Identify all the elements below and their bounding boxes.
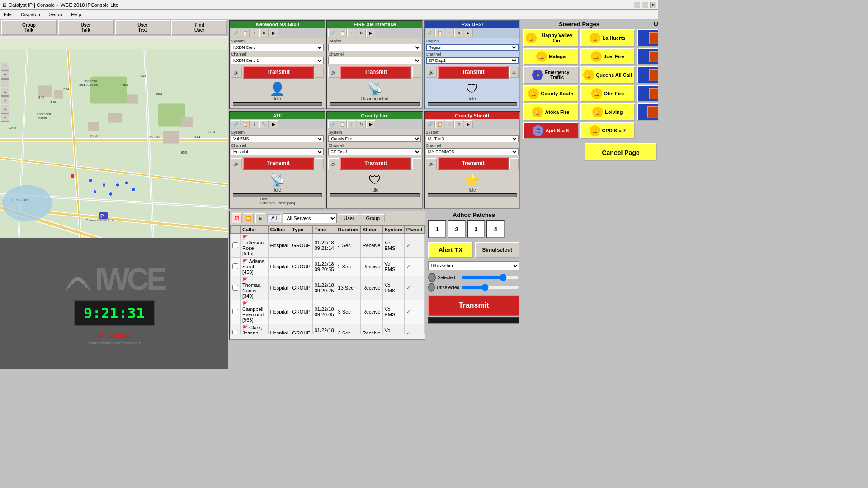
p25-play-btn[interactable]: ▶ xyxy=(464,29,473,37)
row-checkbox[interactable] xyxy=(231,234,241,258)
log-play-btn[interactable]: ▶ xyxy=(255,213,265,223)
steered-la-huerta[interactable]: 🔔 La Huerta xyxy=(580,29,636,47)
unsteered-district4[interactable]: District 4 Fire EMS xyxy=(637,85,658,102)
p25-alert-btn[interactable]: ! xyxy=(445,29,454,37)
steered-otis-fire[interactable]: 🔔 Otis Fire xyxy=(580,85,636,102)
find-user-button[interactable]: FindUser xyxy=(171,20,227,35)
steered-loiving[interactable]: 🔔 Loiving xyxy=(580,103,636,121)
county-fire-map-btn[interactable]: 📋 xyxy=(338,120,347,128)
p25-end-btn[interactable]: ⚠ xyxy=(509,67,519,78)
steered-joel-fire[interactable]: 🔔 Joel Fire xyxy=(580,48,636,65)
kenwood-alert-btn[interactable]: ! xyxy=(250,29,259,37)
atf-end-btn[interactable] xyxy=(315,158,324,169)
menu-setup[interactable]: Setup xyxy=(47,12,64,17)
selected-vol-slider[interactable] xyxy=(461,275,519,280)
county-fire-speaker-btn[interactable]: 🔊 xyxy=(328,158,339,169)
fire-xm-speaker-btn[interactable]: 🔊 xyxy=(328,67,339,78)
group-talk-button[interactable]: GroupTalk xyxy=(1,20,57,35)
p25-region-select[interactable]: Region xyxy=(426,44,519,51)
county-fire-link-btn[interactable]: 🔗 xyxy=(328,120,337,128)
kenwood-link-btn[interactable]: 🔗 xyxy=(231,29,240,37)
close-button[interactable]: ✕ xyxy=(650,2,656,8)
county-fire-play-btn[interactable]: ▶ xyxy=(366,120,375,128)
p25-link-btn[interactable]: 🔗 xyxy=(426,29,435,37)
adhoc-slot-2[interactable]: 2 xyxy=(448,220,466,238)
menu-dispatch[interactable]: Dispatch xyxy=(19,12,42,17)
steered-aprt-sta6[interactable]: 👮 Aprt Sta 6 xyxy=(523,122,579,139)
menu-help[interactable]: Help xyxy=(69,12,83,17)
zoom-level-4[interactable]: ● xyxy=(1,105,9,113)
selected-vol-knob[interactable] xyxy=(428,273,436,282)
steered-malaga[interactable]: 🔔 Malaga xyxy=(523,48,579,65)
map-area[interactable]: + − ▲ ● ● ● ▼ xyxy=(0,39,228,261)
unsteered-additional-fire[interactable]: Additional Fire EMS xyxy=(637,103,658,121)
county-fire-system-select[interactable]: County Fire xyxy=(328,135,421,142)
row-checkbox[interactable] xyxy=(231,276,241,300)
county-fire-refresh-btn[interactable]: ↻ xyxy=(357,120,366,128)
zoom-in-button[interactable]: + xyxy=(1,62,9,70)
unsteered-district1[interactable]: District 1 Fire EMS xyxy=(637,29,658,47)
log-record-btn[interactable]: ☑ xyxy=(232,213,242,223)
fire-xm-play-btn[interactable]: ▶ xyxy=(366,29,375,37)
kenwood-play-btn[interactable]: ▶ xyxy=(269,29,278,37)
log-table-row[interactable]: 🚩 Patterson, Rose [545] Hospital GROUP 0… xyxy=(231,234,425,258)
atf-map-btn[interactable]: 📋 xyxy=(241,120,250,128)
atf-wrench-btn[interactable]: 🔧 xyxy=(259,120,269,128)
zoom-level-3[interactable]: ● xyxy=(1,96,9,104)
fire-xm-alert-btn[interactable]: ! xyxy=(347,29,356,37)
user-talk-button[interactable]: UserTalk xyxy=(58,20,114,35)
freq-select[interactable]: 1khz-5dbm xyxy=(428,261,519,270)
atf-play-btn[interactable]: ▶ xyxy=(269,120,278,128)
kenwood-channel-select[interactable]: NXDN Conv 1 xyxy=(231,57,324,64)
adhoc-slot-1[interactable]: 1 xyxy=(428,220,446,238)
log-filter-group[interactable]: Group xyxy=(361,214,385,222)
steered-queens-all-call[interactable]: 🔔 Queens All Call xyxy=(580,66,636,84)
p25-speaker-btn[interactable]: 🔊 xyxy=(426,67,437,78)
adhoc-slot-4[interactable]: 4 xyxy=(486,220,505,238)
log-table-row[interactable]: 🚩 Thomas, Nancy [349] Hospital GROUP 01/… xyxy=(231,276,425,300)
county-fire-transmit-btn[interactable]: Transmit xyxy=(340,157,411,170)
county-sheriff-channel-select[interactable]: MA-COMMON xyxy=(426,148,519,155)
county-sheriff-system-select[interactable]: MUT AID xyxy=(426,135,519,142)
steered-happy-valley[interactable]: 🔔 Happy Valley Fire xyxy=(523,29,579,47)
log-filter-all[interactable]: All xyxy=(267,214,281,222)
atf-link-btn[interactable]: 🔗 xyxy=(231,120,240,128)
atf-channel-select[interactable]: Hospital xyxy=(231,148,324,155)
log-forward-btn[interactable]: ⏩ xyxy=(244,213,254,223)
atf-speaker-btn[interactable]: 🔊 xyxy=(231,158,242,169)
county-sheriff-transmit-btn[interactable]: Transmit xyxy=(438,157,509,170)
row-checkbox[interactable] xyxy=(231,300,241,324)
unselected-vol-slider[interactable] xyxy=(461,285,519,290)
adhoc-slot-3[interactable]: 3 xyxy=(467,220,485,238)
unsteered-district2[interactable]: District 2 Fire EMS xyxy=(637,48,658,65)
county-sheriff-refresh-btn[interactable]: ↻ xyxy=(454,120,463,128)
unselected-vol-knob[interactable] xyxy=(428,283,435,292)
menu-file[interactable]: File xyxy=(2,12,14,17)
kenwood-refresh-btn[interactable]: ↻ xyxy=(259,29,269,37)
fire-xm-end-btn[interactable] xyxy=(412,67,421,78)
log-filter-user[interactable]: User xyxy=(339,214,359,222)
log-table-row[interactable]: 🚩 Clark, Joseph [927] Hospital GROUP 01/… xyxy=(231,324,425,334)
steered-emergency-traffic[interactable]: 👮 EmergencyTraffic xyxy=(523,66,579,84)
log-table-row[interactable]: 🚩 Adams, Sarah [458] Hospital GROUP 01/2… xyxy=(231,258,425,276)
kenwood-system-select[interactable]: NXDN Conv xyxy=(231,44,324,51)
minimize-button[interactable]: — xyxy=(634,2,640,8)
p25-transmit-btn[interactable]: Transmit xyxy=(438,66,509,79)
unsteered-district3[interactable]: District 3 Fire EMS xyxy=(637,66,658,84)
fire-xm-transmit-btn[interactable]: Transmit xyxy=(340,66,411,79)
alert-tx-button[interactable]: Alert TX xyxy=(428,242,473,258)
restore-button[interactable]: □ xyxy=(642,2,648,8)
kenwood-end-btn[interactable] xyxy=(315,67,324,78)
steered-cpd-sta7[interactable]: 🔔 CPD Sta 7 xyxy=(580,122,636,139)
p25-map-btn[interactable]: 📋 xyxy=(435,29,444,37)
county-sheriff-end-btn[interactable] xyxy=(509,158,519,169)
fire-xm-link-btn[interactable]: 🔗 xyxy=(328,29,337,37)
county-sheriff-map-btn[interactable]: 📋 xyxy=(435,120,444,128)
fire-xm-region-select[interactable] xyxy=(328,44,421,51)
kenwood-speaker-btn[interactable]: 🔊 xyxy=(231,67,242,78)
county-sheriff-speaker-btn[interactable]: 🔊 xyxy=(426,158,437,169)
zoom-level-5[interactable]: ▼ xyxy=(1,113,9,122)
steered-county-south[interactable]: 🔔 County South xyxy=(523,85,579,102)
county-fire-alert-btn[interactable]: ! xyxy=(347,120,356,128)
zoom-out-button[interactable]: − xyxy=(1,70,9,79)
